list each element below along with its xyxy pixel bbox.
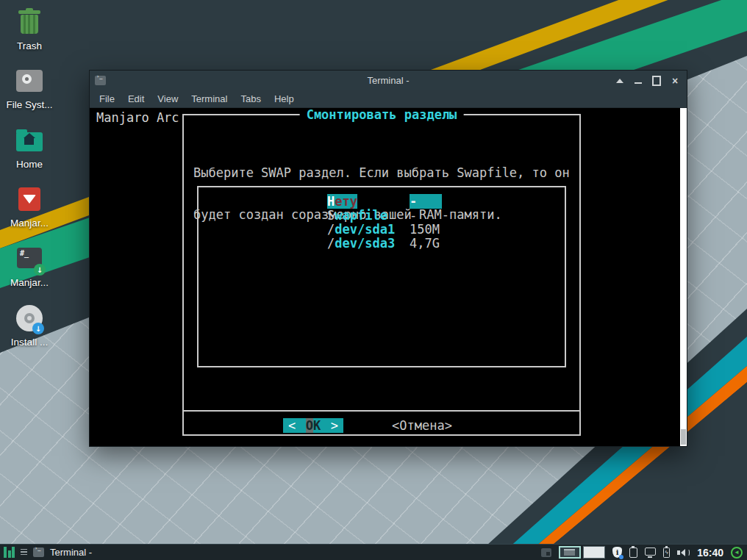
- home-folder-icon: [15, 126, 44, 155]
- desktop-icon-trash[interactable]: Trash: [1, 7, 57, 51]
- row-size: 4,7G: [410, 236, 442, 251]
- trash-icon: [15, 7, 44, 37]
- ok-rest-char: K: [313, 418, 321, 433]
- window-titlebar[interactable]: Terminal - ×: [90, 71, 687, 90]
- row-name: dev/sda1: [335, 222, 395, 237]
- desktop-icon-home[interactable]: Home: [1, 126, 57, 170]
- ok-button[interactable]: < OK >: [283, 418, 343, 433]
- terminal-window: Terminal - × File Edit View Terminal Tab…: [89, 70, 687, 447]
- terminal-scrollbar[interactable]: [680, 108, 687, 446]
- security-shield-icon[interactable]: i: [612, 547, 622, 558]
- desktop-icon-label: Manjar...: [10, 218, 49, 229]
- desktop-icon-manjaro-pdf[interactable]: Manjar...: [1, 184, 57, 229]
- row-name: dev/sda3: [335, 236, 395, 251]
- terminal-content: Manjaro Arc Смонтировать разделы Выберит…: [90, 108, 687, 446]
- desktop-icon-label: Manjar...: [10, 277, 49, 288]
- workspace-1[interactable]: [559, 546, 581, 559]
- mount-partitions-dialog: Смонтировать разделы Выберите SWAP разде…: [182, 114, 581, 436]
- row-size: -: [410, 194, 442, 209]
- menu-tabs[interactable]: Tabs: [234, 91, 267, 107]
- workspace-2[interactable]: [583, 546, 605, 559]
- cancel-button[interactable]: <Отмена>: [392, 418, 452, 433]
- desktop-icon-label: Home: [16, 159, 43, 170]
- workspace-switcher: [559, 546, 605, 559]
- download-badge-icon: ↓: [34, 264, 46, 276]
- desktop-icon-label: Install ...: [11, 337, 48, 348]
- dialog-body-line: Выберите SWAP раздел. Если выбрать Swapf…: [193, 166, 570, 180]
- scrollbar-thumb[interactable]: [681, 429, 686, 445]
- menu-terminal[interactable]: Terminal: [185, 91, 234, 107]
- ok-open-bracket: <: [288, 418, 296, 433]
- minimize-button[interactable]: [634, 76, 643, 85]
- ok-close-bracket: >: [331, 418, 338, 433]
- row-key: Н: [327, 194, 335, 209]
- menu-edit[interactable]: Edit: [121, 91, 151, 107]
- desktop-icon-label: File Syst...: [6, 99, 52, 110]
- manjaro-menu-icon[interactable]: [4, 547, 15, 558]
- window-menu-icon[interactable]: [541, 548, 551, 557]
- row-size: 150M: [410, 222, 442, 237]
- shade-button[interactable]: [615, 76, 624, 85]
- download-badge-icon: ↓: [32, 323, 44, 334]
- cd-download-icon: ↓: [15, 304, 44, 333]
- task-terminal-icon: [33, 548, 44, 557]
- row-name: ету: [335, 194, 357, 209]
- menubar: File Edit View Terminal Tabs Help: [90, 90, 687, 108]
- row-key: /: [327, 222, 335, 237]
- row-key: S: [327, 208, 335, 223]
- volume-icon[interactable]: [677, 549, 690, 556]
- row-key: /: [327, 236, 335, 251]
- menu-file[interactable]: File: [93, 91, 121, 107]
- directory-menu-icon[interactable]: [21, 549, 27, 556]
- shell-output-text: Manjaro Arc: [96, 110, 179, 125]
- partition-row-sda3[interactable]: /dev/sda3 4,7G: [327, 236, 442, 250]
- desktop-icon-filesystem[interactable]: File Syst...: [1, 66, 57, 110]
- row-name: wapfile: [335, 208, 387, 223]
- menu-view[interactable]: View: [151, 91, 185, 107]
- desktop-icon-label: Trash: [17, 40, 42, 51]
- clock[interactable]: 16:40: [697, 547, 723, 559]
- hard-drive-icon: [15, 66, 44, 96]
- desktop-icon-manjaro-installer[interactable]: #_ ↓ Manjar...: [1, 244, 57, 288]
- pdf-icon: [15, 184, 44, 214]
- dialog-title: Смонтировать разделы: [300, 108, 464, 122]
- task-button[interactable]: Terminal -: [50, 547, 92, 558]
- partition-row-swapfile[interactable]: Swapfile -: [327, 208, 442, 222]
- ok-cursor-char: O: [306, 418, 313, 433]
- mini-window-icon: [564, 549, 575, 556]
- close-button[interactable]: ×: [671, 76, 679, 85]
- battery-icon[interactable]: ϟ: [663, 548, 670, 558]
- desktop-icon-install-cd[interactable]: ↓ Install ...: [1, 304, 57, 348]
- partition-listbox: Нету - Swapfile - /dev/sda1 150M /dev/sd…: [197, 186, 566, 367]
- dialog-separator: [184, 410, 579, 412]
- terminal-download-icon: #_ ↓: [15, 244, 44, 273]
- row-size: -: [410, 208, 442, 223]
- window-title: Terminal -: [90, 75, 687, 86]
- partition-row-sda1[interactable]: /dev/sda1 150M: [327, 222, 442, 236]
- partition-row-netu[interactable]: Нету -: [327, 194, 442, 208]
- clipboard-icon[interactable]: [629, 548, 637, 558]
- menu-help[interactable]: Help: [268, 91, 301, 107]
- maximize-button[interactable]: [652, 76, 661, 85]
- display-icon[interactable]: [645, 548, 656, 556]
- update-notifier-icon[interactable]: ◄: [731, 547, 743, 559]
- taskbar: Terminal - i ϟ 16:40 ◄: [0, 544, 747, 560]
